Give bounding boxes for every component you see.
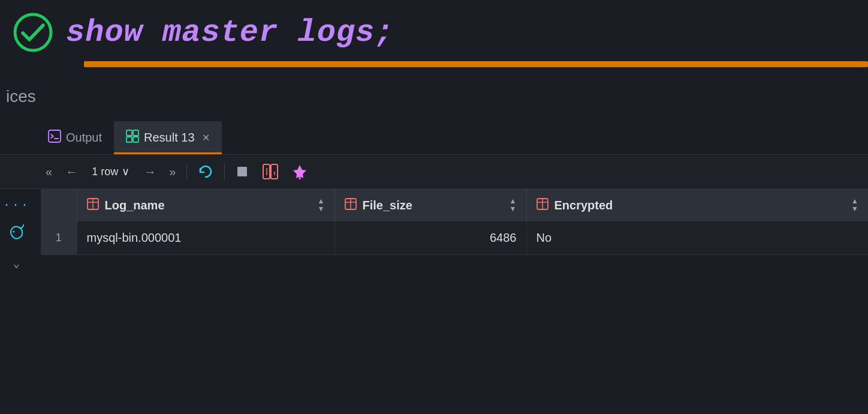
sidebar-left: ··· ⌄ — [0, 189, 33, 414]
col-label-logname: Log_name — [105, 199, 165, 212]
sort-arrows-encrypted[interactable]: ▲▼ — [851, 197, 858, 213]
row-selector-button[interactable]: 1 row ∨ — [86, 161, 135, 182]
tab-output-label: Output — [66, 131, 102, 145]
cell-filesize-1: 6486 — [334, 221, 526, 255]
svg-rect-2 — [49, 130, 61, 142]
results-table-wrap: Log_name ▲▼ — [41, 189, 868, 255]
svg-rect-5 — [133, 130, 138, 136]
col-icon-logname — [87, 198, 99, 213]
middle-section: ices — [0, 67, 868, 121]
col-header-encrypted[interactable]: Encrypted ▲▼ — [526, 189, 868, 221]
row-selector-chevron: ∨ — [122, 165, 129, 178]
cell-logname-1: mysql-bin.000001 — [77, 221, 334, 255]
col-label-filesize: File_size — [363, 199, 412, 212]
terminal-icon — [48, 130, 61, 146]
services-label: ices — [6, 87, 36, 106]
query-header: show master logs; — [0, 0, 868, 60]
svg-point-0 — [15, 14, 51, 50]
last-page-button[interactable]: » — [164, 161, 180, 182]
svg-point-1 — [13, 231, 14, 233]
col-icon-filesize — [345, 198, 357, 213]
sort-arrows-logname[interactable]: ▲▼ — [318, 197, 325, 213]
tab-close-icon[interactable]: ✕ — [202, 132, 210, 143]
tabs-row: Output Result 13 ✕ — [0, 121, 868, 154]
table-row: 1 mysql-bin.000001 6486 No — [41, 221, 868, 255]
grid-icon — [126, 130, 139, 146]
col-icon-encrypted — [537, 198, 548, 213]
mysql-icon[interactable] — [8, 224, 25, 245]
svg-rect-7 — [133, 137, 138, 142]
cell-rownum-1: 1 — [41, 221, 77, 255]
col-header-logname[interactable]: Log_name ▲▼ — [77, 189, 334, 221]
svg-rect-4 — [126, 130, 132, 136]
main-layout: show master logs; ices ··· ⌄ — [0, 0, 868, 414]
progress-bar — [84, 61, 868, 67]
table-header-row: Log_name ▲▼ — [41, 189, 868, 221]
tab-result13-label: Result 13 — [144, 131, 195, 145]
toolbar-separator-1 — [186, 163, 187, 180]
bottom-panel: Output Result 13 ✕ « ← — [0, 121, 868, 255]
tab-result13[interactable]: Result 13 ✕ — [114, 121, 222, 154]
refresh-button[interactable] — [193, 160, 218, 183]
next-page-button[interactable]: → — [139, 161, 161, 182]
more-options-icon[interactable]: ··· — [3, 198, 30, 212]
tab-output[interactable]: Output — [36, 121, 114, 154]
col-header-filesize[interactable]: File_size ▲▼ — [334, 189, 526, 221]
toolbar-row: « ← 1 row ∨ → » — [0, 154, 868, 189]
svg-rect-8 — [237, 167, 247, 176]
prev-page-button[interactable]: ← — [61, 161, 82, 182]
first-page-button[interactable]: « — [41, 161, 57, 182]
toolbar-separator-2 — [224, 163, 225, 180]
row-selector-label: 1 row — [92, 166, 118, 178]
svg-rect-6 — [126, 137, 132, 142]
query-title: show master logs; — [66, 15, 394, 50]
stop-button[interactable] — [231, 161, 254, 182]
results-table: Log_name ▲▼ — [41, 189, 868, 255]
chevron-down-icon[interactable]: ⌄ — [13, 257, 20, 270]
col-header-rownum — [41, 189, 77, 221]
cell-encrypted-1: No — [526, 221, 868, 255]
col-label-encrypted: Encrypted — [554, 199, 613, 212]
compare-button[interactable] — [257, 160, 284, 184]
sort-arrows-filesize[interactable]: ▲▼ — [510, 197, 517, 213]
pin-button[interactable] — [287, 160, 312, 183]
progress-bar-wrap — [0, 61, 868, 67]
check-circle-icon — [12, 11, 54, 53]
